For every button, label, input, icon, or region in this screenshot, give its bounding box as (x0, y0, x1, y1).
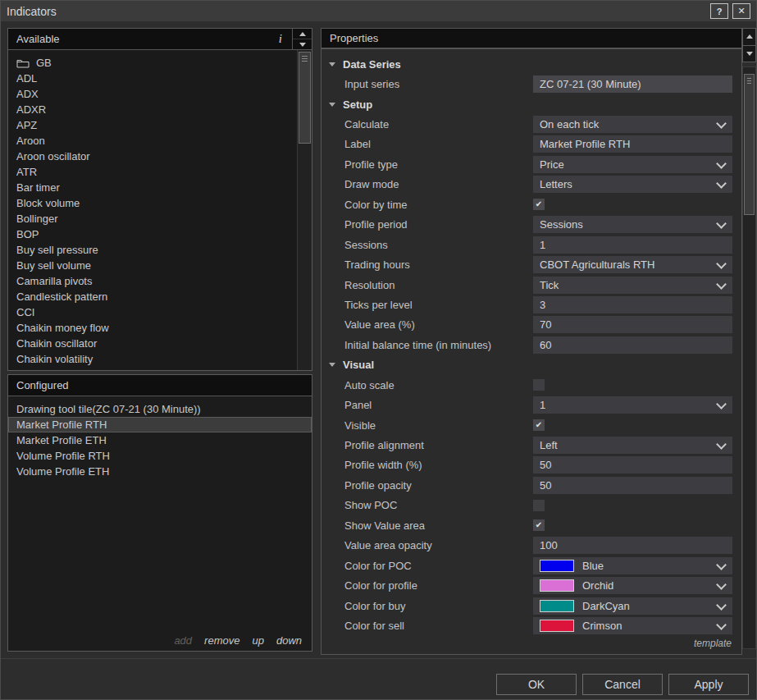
dropdown-field[interactable]: Price (533, 156, 732, 173)
text-input[interactable]: 3 (533, 296, 732, 313)
text-input[interactable]: 60 (533, 336, 732, 354)
section-header-label: Visual (343, 359, 374, 371)
list-item[interactable]: Buy sell volume (8, 258, 312, 273)
list-item[interactable]: ADL (8, 71, 312, 86)
dropdown-field[interactable]: On each tick (533, 116, 732, 133)
property-label: Show POC (344, 499, 533, 511)
dropdown-field[interactable]: CBOT Agriculturals RTH (533, 256, 732, 273)
text-input[interactable]: 70 (533, 316, 732, 333)
dropdown-field[interactable]: Left (533, 437, 732, 454)
list-item[interactable]: BOP (8, 226, 312, 242)
properties-header-label: Properties (330, 32, 378, 44)
list-item[interactable]: Aroon oscillator (8, 149, 312, 164)
list-item[interactable]: Bollinger (8, 211, 312, 226)
remove-link[interactable]: remove (204, 634, 239, 647)
property-row: Ticks per level3 (321, 295, 741, 314)
property-row: Visible✔ (321, 415, 741, 435)
scrollbar-grip (747, 78, 751, 85)
template-link[interactable]: template (694, 638, 732, 649)
text-input[interactable]: 100 (533, 537, 732, 554)
section-header[interactable]: Data Series (321, 54, 741, 74)
list-item[interactable]: Volume Profile ETH (8, 464, 312, 479)
property-label: Initial balance time (in minutes) (344, 339, 533, 351)
list-item[interactable]: ATR (8, 164, 312, 180)
dropdown-field[interactable]: 1 (533, 396, 732, 414)
scroll-up-button[interactable] (742, 28, 756, 46)
info-icon[interactable]: i (279, 32, 282, 46)
color-dropdown[interactable]: Blue (533, 557, 732, 574)
list-item[interactable]: Aroon (8, 133, 312, 149)
list-item[interactable]: Candlestick pattern (8, 289, 312, 304)
color-dropdown[interactable]: DarkCyan (533, 597, 732, 615)
scroll-up-button[interactable] (293, 29, 312, 39)
list-item[interactable]: Chaikin oscillator (8, 336, 312, 351)
properties-scrollbar[interactable] (742, 66, 756, 649)
list-item[interactable]: APZ (8, 117, 312, 133)
property-label: Profile width (%) (344, 459, 533, 471)
ok-button[interactable]: OK (496, 674, 577, 695)
list-item[interactable]: Block volume (8, 195, 312, 211)
property-label: Color for buy (344, 600, 533, 612)
property-label: Color for sell (344, 620, 533, 632)
field-value: Market Profile RTH (540, 138, 630, 150)
title-bar[interactable]: Indicators ? ✕ (1, 1, 756, 21)
scrollbar-thumb[interactable] (744, 74, 755, 215)
checkbox[interactable]: ✔ (533, 519, 545, 531)
color-dropdown[interactable]: Crimson (533, 617, 732, 634)
text-input[interactable]: 50 (533, 456, 732, 474)
checkbox[interactable]: ✔ (533, 419, 545, 431)
field-value: Tick (540, 279, 559, 291)
scrollbar-thumb[interactable] (299, 52, 311, 144)
checkbox[interactable]: ✔ (533, 199, 545, 210)
help-button[interactable]: ? (710, 3, 728, 19)
down-link[interactable]: down (276, 634, 302, 647)
property-label: Profile period (344, 218, 533, 231)
available-scrollbar[interactable] (297, 50, 312, 370)
close-button[interactable]: ✕ (732, 3, 750, 19)
list-item[interactable]: ADXR (8, 102, 312, 117)
checkbox[interactable] (533, 379, 545, 391)
list-item[interactable]: Chaikin volatility (8, 351, 312, 367)
triangle-down-icon (299, 43, 306, 47)
list-item[interactable]: Market Profile RTH (8, 417, 312, 432)
list-item-label: Candlestick pattern (16, 291, 107, 303)
add-link[interactable]: add (174, 634, 192, 647)
apply-button[interactable]: Apply (668, 674, 749, 695)
color-dropdown[interactable]: Orchid (533, 577, 732, 594)
list-item-label: Camarilla pivots (16, 275, 92, 287)
list-item[interactable]: CCI (8, 304, 312, 320)
list-item[interactable]: Drawing tool tile(ZC 07-21 (30 Minute)) (8, 401, 312, 417)
property-label: Profile opacity (344, 479, 533, 492)
list-item[interactable]: Camarilla pivots (8, 273, 312, 289)
list-item[interactable]: Buy sell pressure (8, 242, 312, 258)
list-item[interactable]: ADX (8, 86, 312, 102)
text-input[interactable]: 50 (533, 477, 732, 494)
dropdown-field[interactable]: Sessions (533, 216, 732, 233)
property-label: Color for profile (344, 579, 533, 592)
chevron-down-icon (716, 218, 727, 229)
scroll-down-button[interactable] (742, 46, 756, 63)
property-label: Profile type (344, 158, 533, 171)
text-input[interactable]: 1 (533, 236, 732, 254)
scroll-down-button[interactable] (293, 39, 312, 49)
property-row: Draw modeLetters (321, 175, 741, 194)
list-item[interactable]: Bar timer (8, 180, 312, 195)
configured-header-label: Configured (16, 379, 69, 391)
section-header[interactable]: Setup (321, 94, 741, 114)
list-item-label: Volume Profile ETH (16, 465, 109, 478)
dropdown-field[interactable]: Letters (533, 176, 732, 193)
list-item[interactable]: Market Profile ETH (8, 432, 312, 448)
checkbox[interactable] (533, 500, 545, 511)
input-series-field[interactable]: ZC 07-21 (30 Minute) (533, 75, 732, 93)
list-item[interactable]: Chaikin money flow (8, 320, 312, 336)
list-item-label: BOP (16, 228, 39, 240)
list-item[interactable]: Volume Profile RTH (8, 448, 312, 464)
text-input[interactable]: Market Profile RTH (533, 135, 732, 153)
list-item[interactable]: GB (8, 55, 312, 71)
cancel-button[interactable]: Cancel (582, 674, 663, 695)
section-header[interactable]: Visual (321, 355, 741, 375)
dropdown-field[interactable]: Tick (533, 277, 732, 294)
property-row: Color by time✔ (321, 194, 741, 214)
up-link[interactable]: up (252, 634, 263, 647)
available-scroll-arrows (292, 29, 312, 49)
